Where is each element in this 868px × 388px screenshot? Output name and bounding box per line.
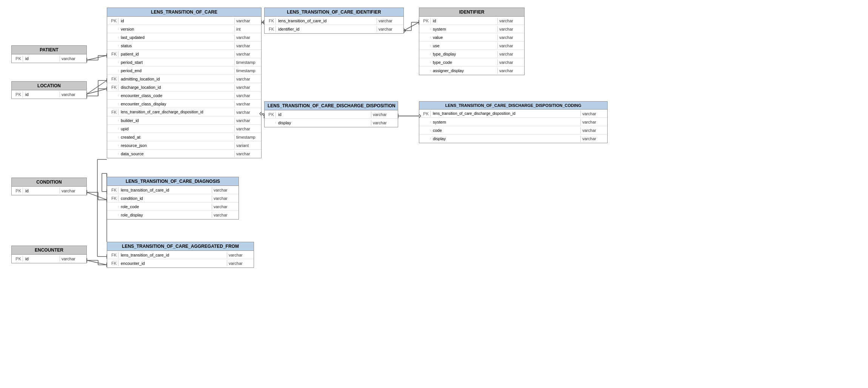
pk-label	[419, 121, 431, 123]
field-type: varchar	[235, 84, 261, 90]
field-name: type_display	[431, 51, 498, 57]
table-row: display varchar	[419, 134, 607, 143]
identifier-header: IDENTIFIER	[419, 8, 524, 17]
table-row: code varchar	[419, 126, 607, 134]
pk-label	[107, 37, 119, 38]
pk-label	[107, 103, 119, 105]
table-row: FK discharge_location_id varchar	[107, 83, 261, 91]
pk-label	[107, 136, 119, 138]
patient-table: PATIENT PK id varchar	[11, 45, 87, 63]
table-row: assigner_display varchar	[419, 66, 524, 75]
fk-label: FK	[265, 18, 276, 24]
patient-header: PATIENT	[12, 46, 86, 54]
field-type: varchar	[498, 68, 524, 74]
field-name: type_code	[431, 59, 498, 65]
field-type: varchar	[377, 26, 403, 32]
location-header: LOCATION	[12, 82, 86, 90]
fk-label: FK	[107, 84, 119, 90]
table-row: role_code varchar	[107, 203, 239, 211]
field-type: varchar	[60, 256, 86, 262]
field-name: role_display	[119, 212, 212, 218]
field-type: varchar	[371, 111, 398, 117]
identifier-crow	[404, 29, 406, 32]
field-name: id	[23, 56, 60, 62]
field-name: encounter_id	[119, 260, 227, 266]
field-type: varchar	[377, 18, 403, 24]
table-row: period_start timestamp	[107, 58, 261, 66]
table-row: type_code varchar	[419, 58, 524, 66]
table-row: encounter_class_display varchar	[107, 100, 261, 108]
pk-label	[107, 62, 119, 63]
field-type: varchar	[60, 91, 86, 97]
lens-toc-discharge-disp-table: LENS_TRANSITION_OF_CARE_DISCHARGE_DISPOS…	[264, 101, 398, 127]
lens-toc-aggregated-from-table: LENS_TRANSITION_OF_CARE_AGGREGATED_FROM …	[107, 242, 254, 268]
table-row: encounter_class_code varchar	[107, 91, 261, 100]
identifier-link-line	[404, 22, 419, 31]
pk-label	[107, 28, 119, 30]
field-type: varchar	[60, 56, 86, 62]
lens-toc-diagnosis-header: LENS_TRANSITION_OF_CARE_DIAGNOSIS	[107, 177, 239, 186]
field-name: id	[431, 18, 498, 24]
table-row: PK id varchar	[107, 17, 261, 25]
field-type: varchar	[212, 195, 239, 201]
identifier-table: IDENTIFIER PK id varchar system varchar …	[419, 8, 525, 75]
field-name: data_source	[119, 151, 235, 157]
lens-toc-identifier-header: LENS_TRANSITION_OF_CARE_IDENTIFIER	[265, 8, 403, 17]
field-type: varchar	[235, 43, 261, 49]
field-name: id	[276, 111, 371, 117]
field-name: status	[119, 43, 235, 49]
pk-label	[419, 37, 431, 38]
field-type: varchar	[498, 18, 524, 24]
field-type: varchar	[227, 260, 254, 266]
pk-label: PK	[107, 18, 119, 24]
table-row: PK id varchar	[12, 255, 86, 263]
table-row: data_source varchar	[107, 150, 261, 158]
fk-label: FK	[107, 76, 119, 82]
pk-label	[419, 138, 431, 139]
pk-label: PK	[419, 18, 431, 24]
field-name: display	[431, 136, 581, 142]
table-row: display varchar	[265, 119, 398, 127]
table-row: upid varchar	[107, 125, 261, 133]
field-name: lens_transition_of_care_id	[119, 187, 212, 193]
field-type: varchar	[235, 76, 261, 82]
fk-label: FK	[107, 51, 119, 57]
diagram: LENS_TRANSITION_OF_CARE PK id varchar ve…	[0, 0, 868, 388]
field-type: varchar	[235, 126, 261, 132]
table-row: system varchar	[419, 118, 607, 126]
pk-label	[107, 70, 119, 71]
encounter-header: ENCOUNTER	[12, 246, 86, 255]
field-type: varchar	[235, 34, 261, 40]
field-type: varchar	[235, 117, 261, 124]
table-row: builder_id varchar	[107, 116, 261, 125]
pk-label: PK	[12, 91, 23, 97]
table-row: resource_json variant	[107, 141, 261, 150]
field-name: period_start	[119, 59, 235, 65]
lens-toc-discharge-disp-coding-table: LENS_TRANSITION_OF_CARE_DISCHARGE_DISPOS…	[419, 101, 608, 143]
table-row: FK condition_id varchar	[107, 194, 239, 203]
condition-diagnosis-line	[87, 192, 107, 200]
pk-label	[107, 145, 119, 146]
field-type: varchar	[60, 188, 86, 194]
field-name: lens_transition_of_care_id	[119, 252, 227, 258]
field-name: encounter_class_code	[119, 93, 235, 99]
fk-label: FK	[107, 187, 119, 193]
field-name: admitting_location_id	[119, 76, 235, 82]
table-row: system varchar	[419, 25, 524, 33]
location-discharge-line	[87, 89, 107, 94]
pk-label	[107, 95, 119, 96]
field-type: varchar	[235, 101, 261, 107]
field-name: patient_id	[119, 51, 235, 57]
pk-label	[107, 214, 119, 216]
table-row: use varchar	[419, 42, 524, 50]
table-row: PK id varchar	[12, 90, 86, 99]
pk-label: PK	[419, 111, 431, 117]
pk-label	[419, 28, 431, 30]
field-type: varchar	[498, 59, 524, 65]
field-name: encounter_class_display	[119, 101, 235, 107]
field-type: varchar	[235, 151, 261, 157]
table-row: FK admitting_location_id varchar	[107, 75, 261, 83]
field-name: identifier_id	[276, 26, 377, 32]
field-type: varchar	[581, 119, 607, 125]
table-row: FK lens_transition_of_care_id varchar	[265, 17, 403, 25]
